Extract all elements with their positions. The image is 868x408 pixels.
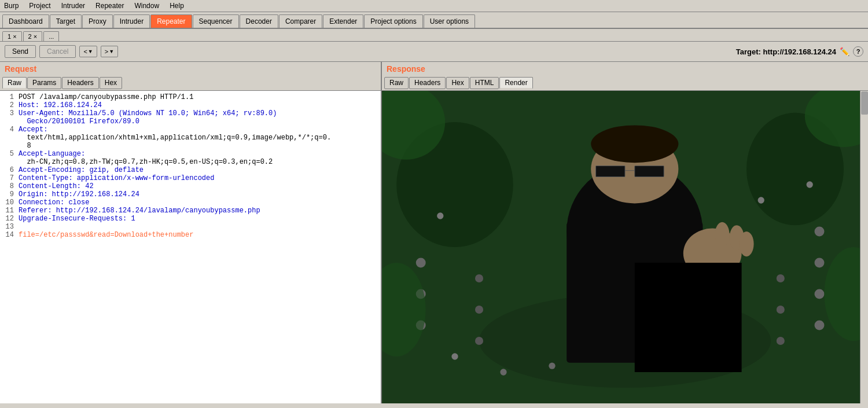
response-panel: Response Raw Headers Hex HTML Render (382, 62, 868, 403)
response-tab-render[interactable]: Render (499, 77, 532, 89)
request-panel: Request Raw Params Headers Hex 1POST /la… (0, 62, 382, 403)
svg-rect-15 (635, 263, 742, 372)
tab-dashboard[interactable]: Dashboard (2, 14, 49, 28)
nav-forward-dropdown-icon[interactable]: ▼ (109, 49, 114, 54)
svg-point-12 (715, 222, 729, 247)
menu-burp[interactable]: Burp (2, 1, 20, 10)
table-row: 10Connection: close (2, 199, 378, 207)
main-tabs: Dashboard Target Proxy Intruder Repeater… (0, 12, 868, 29)
svg-point-23 (815, 258, 825, 268)
request-tab-params[interactable]: Params (27, 77, 61, 89)
table-row: 5Accept-Language: (2, 150, 378, 158)
repeater-tab-1[interactable]: 1 × (2, 31, 22, 41)
tab-proxy[interactable]: Proxy (82, 14, 113, 28)
tab-sequencer[interactable]: Sequencer (193, 14, 239, 28)
content-area: Request Raw Params Headers Hex 1POST /la… (0, 62, 868, 403)
request-tab-headers[interactable]: Headers (62, 77, 98, 89)
background-decorations (382, 91, 868, 403)
request-tab-hex[interactable]: Hex (100, 77, 122, 89)
response-tabs: Raw Headers Hex HTML Render (382, 76, 868, 91)
svg-point-26 (777, 274, 785, 282)
svg-point-33 (758, 197, 764, 203)
svg-point-25 (815, 321, 825, 330)
response-scrollbar[interactable] (860, 91, 868, 403)
svg-point-34 (807, 181, 813, 188)
table-row: 6Accept-Encoding: gzip, deflate (2, 166, 378, 174)
table-row: 4Accept: (2, 126, 378, 134)
table-row: 11Referer: http://192.168.124.24/lavalam… (2, 207, 378, 215)
nav-back-button[interactable]: < ▼ (79, 46, 97, 57)
table-row: 13 (2, 223, 378, 231)
response-tab-hex[interactable]: Hex (446, 77, 469, 89)
chevron-left-icon: < (83, 48, 87, 55)
response-tab-html[interactable]: HTML (470, 77, 499, 89)
request-title: Request (0, 62, 381, 76)
svg-point-7 (591, 125, 678, 163)
svg-point-20 (475, 306, 483, 314)
tab-decoder[interactable]: Decoder (240, 14, 278, 28)
request-tabs: Raw Params Headers Hex (0, 76, 381, 91)
table-row: 3User-Agent: Mozilla/5.0 (Windows NT 10.… (2, 109, 378, 117)
svg-point-22 (815, 227, 825, 237)
repeater-tab-2[interactable]: 2 × (23, 31, 43, 41)
request-tab-raw[interactable]: Raw (2, 77, 27, 89)
table-row: 1POST /lavalamp/canyoubypassme.php HTTP/… (2, 93, 378, 101)
svg-point-30 (451, 353, 458, 359)
svg-point-28 (777, 337, 785, 345)
target-url-text: Target: http://192.168.124.24 (736, 47, 836, 56)
target-label: Target: http://192.168.124.24 ✏️ ? (736, 46, 863, 57)
svg-point-14 (739, 231, 753, 256)
request-body[interactable]: 1POST /lavalamp/canyoubypassme.php HTTP/… (0, 91, 381, 403)
table-row: 12Upgrade-Insecure-Requests: 1 (2, 215, 378, 223)
table-row: 8Content-Length: 42 (2, 182, 378, 190)
tab-project-options[interactable]: Project options (364, 14, 422, 28)
table-row: 9Origin: http://192.168.124.24 (2, 190, 378, 199)
svg-rect-8 (596, 166, 625, 177)
tab-user-options[interactable]: User options (424, 14, 475, 28)
nav-back-dropdown-icon[interactable]: ▼ (88, 49, 93, 54)
toolbar: Send Cancel < ▼ > ▼ Target: http://192.1… (0, 42, 868, 62)
table-row: 2Host: 192.168.124.24 (2, 101, 378, 109)
table-row: Gecko/20100101 Firefox/89.0 (2, 117, 378, 126)
response-tab-raw[interactable]: Raw (384, 77, 409, 89)
svg-point-16 (416, 258, 426, 268)
svg-point-27 (777, 306, 785, 314)
tab-comparer[interactable]: Comparer (279, 14, 322, 28)
tab-extender[interactable]: Extender (323, 14, 363, 28)
table-row: 7Content-Type: application/x-www-form-ur… (2, 174, 378, 182)
tab-repeater[interactable]: Repeater (150, 14, 192, 28)
svg-point-29 (437, 212, 443, 219)
response-image-area (382, 91, 868, 403)
matrix-scene (382, 91, 868, 403)
cancel-button[interactable]: Cancel (39, 45, 76, 58)
repeater-tab-new[interactable]: ... (43, 31, 59, 41)
table-row: 8 (2, 142, 378, 150)
svg-point-32 (549, 363, 555, 369)
response-tab-headers[interactable]: Headers (409, 77, 446, 89)
response-scroll-thumb (861, 91, 868, 115)
repeater-tabs: 1 × 2 × ... (0, 29, 868, 42)
table-row: 14file=/etc/passswd&read=Download+the+nu… (2, 231, 378, 239)
table-row: text/html,application/xhtml+xml,applicat… (2, 134, 378, 142)
nav-forward-button[interactable]: > ▼ (101, 46, 118, 57)
svg-point-24 (815, 289, 825, 299)
menu-project[interactable]: Project (27, 1, 52, 10)
menu-window[interactable]: Window (133, 1, 161, 10)
menu-bar: Burp Project Intruder Repeater Window He… (0, 0, 868, 12)
tab-target[interactable]: Target (50, 14, 82, 28)
send-button[interactable]: Send (5, 45, 36, 58)
menu-help[interactable]: Help (168, 1, 186, 10)
svg-point-19 (475, 274, 483, 282)
tab-intruder[interactable]: Intruder (113, 14, 150, 28)
svg-rect-9 (635, 166, 664, 177)
svg-point-21 (475, 337, 483, 345)
table-row: zh-CN,zh;q=0.8,zh-TW;q=0.7,zh-HK;q=0.5,e… (2, 158, 378, 166)
menu-intruder[interactable]: Intruder (60, 1, 87, 10)
chevron-right-icon: > (105, 48, 108, 55)
menu-repeater[interactable]: Repeater (94, 1, 126, 10)
svg-point-31 (500, 369, 506, 375)
edit-target-icon[interactable]: ✏️ (840, 47, 849, 56)
help-icon[interactable]: ? (853, 46, 863, 57)
response-title: Response (382, 62, 868, 76)
